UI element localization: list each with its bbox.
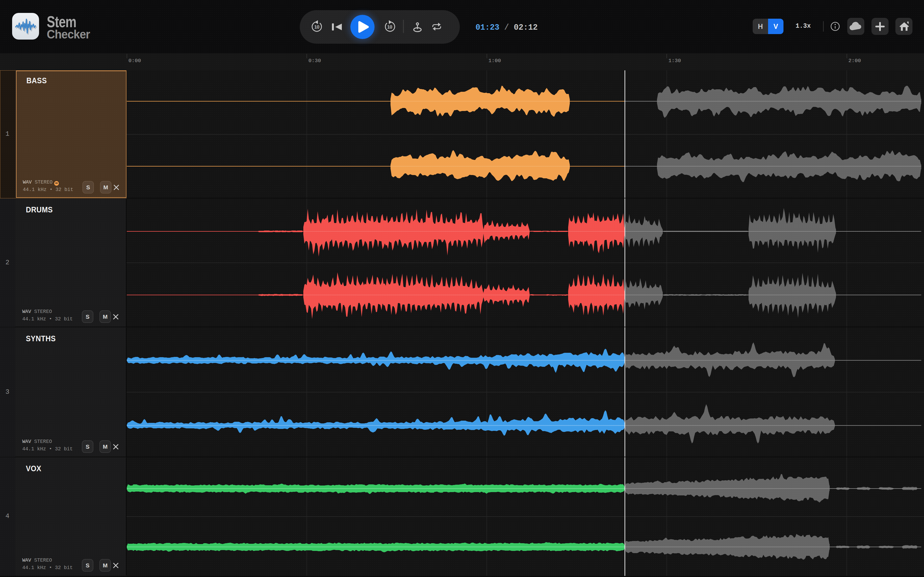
svg-text:10: 10 <box>387 24 392 30</box>
svg-text:10: 10 <box>314 24 319 30</box>
